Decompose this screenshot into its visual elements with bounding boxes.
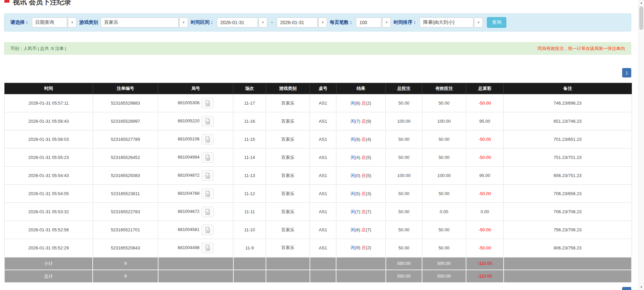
- cell-table-no: AS1: [310, 203, 336, 221]
- cell-round-no: 681004672: [158, 203, 233, 221]
- banker-points: (2): [366, 245, 371, 250]
- date-range-label: 时间区间：: [191, 19, 214, 25]
- cell-bet-no: 523165525083: [93, 167, 158, 185]
- date-range-separator: ~: [270, 20, 274, 25]
- col-valid-bet: 有效投注: [422, 83, 466, 94]
- banker-points: (9): [366, 119, 371, 124]
- query-type-select[interactable]: 日期查询 ▼: [32, 17, 77, 27]
- scrollbar-thumb[interactable]: [639, 6, 643, 30]
- cell-bet-no: 523165522783: [93, 203, 158, 221]
- video-replay-button[interactable]: [201, 207, 214, 217]
- cell-note: 706.23/656.23: [504, 185, 632, 203]
- scroll-down-icon[interactable]: ▼: [639, 284, 644, 290]
- cell-note: 701.23/651.23: [504, 130, 632, 149]
- video-replay-button[interactable]: [201, 243, 214, 253]
- date-from-value[interactable]: 2026-01-31: [217, 17, 258, 27]
- cell-total-bet[interactable]: 100.00: [386, 112, 422, 130]
- video-replay-button[interactable]: [201, 152, 214, 163]
- video-file-icon: [204, 154, 211, 161]
- per-page-select[interactable]: 100 ▼: [356, 17, 391, 27]
- cell-total-bet[interactable]: 50.00: [386, 185, 422, 203]
- video-replay-button[interactable]: [201, 116, 214, 126]
- cell-total-bet[interactable]: 50.00: [386, 130, 422, 149]
- total-count: 9: [93, 270, 158, 283]
- player-points: (7): [355, 209, 360, 214]
- banker-points: (2): [366, 101, 371, 106]
- cell-total-bet[interactable]: 50.00: [386, 149, 422, 167]
- cell-table-no: AS1: [310, 221, 336, 239]
- player-points: (8): [355, 137, 360, 142]
- cell-total-bet[interactable]: 50.00: [386, 94, 422, 112]
- date-from-picker[interactable]: 2026-01-31 ▼: [217, 17, 267, 27]
- subtotal-label: 小计: [4, 257, 93, 270]
- total-row: 总计 9 550.00 500.00 -110.00: [4, 270, 632, 283]
- per-page-value[interactable]: 100: [356, 17, 381, 27]
- date-to-value[interactable]: 2026-01-31: [277, 17, 318, 27]
- video-replay-button[interactable]: [201, 134, 214, 144]
- page-number-button-bottom[interactable]: 1: [622, 287, 631, 290]
- col-round-no: 局号: [158, 83, 233, 94]
- cell-session: 11-12: [233, 185, 266, 203]
- player-result-label: 闲: [351, 227, 355, 232]
- cell-game-type: 百家乐: [266, 185, 310, 203]
- chevron-down-icon[interactable]: ▼: [382, 17, 391, 27]
- search-button[interactable]: 查询: [487, 17, 506, 28]
- cell-round-no: 681004872: [158, 167, 233, 185]
- table-row: 2026-01-31 05:56:43 523165528997 6810052…: [4, 112, 632, 130]
- cell-total-payout: 95.00: [466, 167, 504, 185]
- cell-round-no: 681004581: [158, 221, 233, 239]
- cell-result: 闲(7) 庄(9): [336, 112, 386, 130]
- cell-result: 闲(0) 庄(5): [336, 167, 386, 185]
- cell-total-payout: -50.00: [466, 149, 504, 167]
- vertical-scrollbar[interactable]: ▲ ▼: [638, 0, 644, 290]
- page-number-button-top[interactable]: 1: [622, 68, 631, 77]
- chevron-down-icon[interactable]: ▼: [474, 17, 483, 27]
- chevron-down-icon[interactable]: ▼: [318, 17, 327, 27]
- cell-bet-no: 523165520843: [93, 239, 158, 257]
- subtotal-total-bet: 550.00: [386, 257, 422, 270]
- game-type-value[interactable]: 百家乐: [101, 17, 179, 27]
- chevron-down-icon[interactable]: ▼: [68, 17, 77, 27]
- cell-total-bet[interactable]: 50.00: [386, 221, 422, 239]
- cell-session: 11-9: [233, 239, 266, 257]
- chevron-down-icon[interactable]: ▼: [179, 17, 188, 27]
- video-file-icon: [204, 244, 211, 251]
- cell-total-bet[interactable]: 50.00: [386, 239, 422, 257]
- cell-total-bet[interactable]: 50.00: [386, 203, 422, 221]
- video-replay-button[interactable]: [201, 188, 214, 199]
- cell-bet-no: 523165526452: [93, 149, 158, 167]
- time-sort-select[interactable]: 降幂(由大到小) ▼: [420, 17, 483, 27]
- date-to-picker[interactable]: 2026-01-31 ▼: [277, 17, 327, 27]
- banker-result-label: 庄: [362, 227, 366, 232]
- banker-result-label: 庄: [362, 209, 366, 214]
- game-type-select[interactable]: 百家乐 ▼: [101, 17, 188, 27]
- cell-total-bet[interactable]: 100.00: [386, 167, 422, 185]
- table-footer: 小计 9 550.00 500.00 -110.00 总计 9 550.00 5…: [4, 257, 632, 283]
- banker-points: (5): [366, 173, 371, 178]
- round-no-text: 681004994: [178, 155, 199, 160]
- chevron-down-icon[interactable]: ▼: [259, 17, 267, 27]
- video-replay-button[interactable]: [201, 98, 214, 108]
- cell-note: 756.23/706.23: [504, 221, 632, 239]
- scroll-up-icon[interactable]: ▲: [639, 0, 644, 6]
- round-no-text: 681004768: [178, 191, 199, 196]
- cell-session: 11-17: [233, 94, 266, 112]
- cell-round-no: 681004498: [158, 239, 233, 257]
- round-no-text: 681004672: [178, 209, 199, 214]
- banker-result-label: 庄: [362, 173, 366, 178]
- cell-total-payout: -50.00: [466, 130, 504, 149]
- subtotal-row: 小计 9 550.00 500.00 -110.00: [4, 257, 632, 270]
- col-total-payout: 总派彩: [466, 83, 504, 94]
- summary-notice-bar: 币别：人民币 | 总共 :9 注单 | 同局有效投注，统一计算在该局第一张注单内: [4, 42, 631, 55]
- cell-total-payout: 95.00: [466, 112, 504, 130]
- cell-valid-bet: 100.00: [422, 112, 466, 130]
- video-file-icon: [204, 190, 211, 197]
- video-replay-button[interactable]: [201, 225, 214, 235]
- query-type-value[interactable]: 日期查询: [32, 17, 67, 27]
- col-result: 结果: [336, 83, 386, 94]
- time-sort-value[interactable]: 降幂(由大到小): [420, 17, 473, 27]
- cell-result: 闲(4) 庄(5): [336, 149, 386, 167]
- cell-session: 11-13: [233, 167, 266, 185]
- cell-table-no: AS1: [310, 149, 336, 167]
- video-replay-button[interactable]: [201, 170, 214, 181]
